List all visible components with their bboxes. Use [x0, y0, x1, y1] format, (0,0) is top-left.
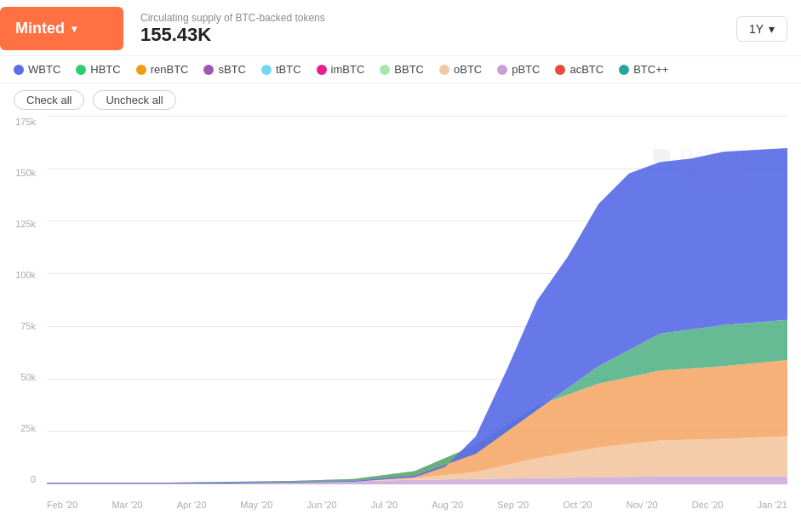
legend-item-obtc[interactable]: oBTC [439, 63, 482, 76]
legend-bar: WBTCHBTCrenBTCsBTCtBTCimBTCBBTCoBTCpBTCa… [0, 56, 801, 83]
time-selector-dropdown[interactable]: 1Y ▾ [736, 16, 787, 42]
legend-label-obtc: oBTC [454, 63, 482, 76]
legend-label-acbtc: acBTC [569, 63, 604, 76]
y-label-2: 50k [0, 372, 43, 382]
legend-label-pbtc: pBTC [512, 63, 540, 76]
top-bar: Minted ▾ Circulating supply of BTC-backe… [0, 0, 801, 56]
y-label-0: 0 [0, 474, 43, 484]
header-info: Circulating supply of BTC-backed tokens … [123, 12, 736, 46]
x-label-7: Sep '20 [497, 500, 529, 510]
legend-dot-renbtc [136, 65, 146, 75]
legend-dot-hbtc [76, 65, 86, 75]
legend-dot-pbtc [497, 65, 507, 75]
legend-label-wbtc: WBTC [28, 63, 60, 76]
legend-item-tbtc[interactable]: tBTC [261, 63, 301, 76]
chevron-down-icon: ▾ [72, 23, 77, 35]
time-label: 1Y [749, 22, 764, 36]
chart-area: 025k50k75k100k125k150k175k [0, 117, 801, 510]
x-label-9: Nov '20 [626, 500, 658, 510]
chart-subtitle: Circulating supply of BTC-backed tokens [140, 12, 736, 24]
legend-item-pbtc[interactable]: pBTC [497, 63, 540, 76]
uncheck-all-button[interactable]: Uncheck all [93, 90, 175, 110]
legend-item-sbtc[interactable]: sBTC [203, 63, 246, 76]
x-label-1: Mar '20 [112, 500, 142, 510]
x-axis: Feb '20Mar '20Apr '20May '20Jun '20Jul '… [47, 500, 787, 510]
x-label-10: Dec '20 [692, 500, 724, 510]
legend-dot-wbtc [14, 65, 24, 75]
legend-dot-bbtc [380, 65, 390, 75]
minted-dropdown[interactable]: Minted ▾ [0, 7, 123, 50]
chevron-down-icon: ▾ [769, 22, 775, 36]
legend-label-sbtc: sBTC [218, 63, 246, 76]
legend-item-bbtc[interactable]: BBTC [380, 63, 424, 76]
legend-dot-obtc [439, 65, 449, 75]
x-label-3: May '20 [240, 500, 272, 510]
debank-tagline: Your DeFi Wallet [680, 169, 750, 180]
legend-label-hbtc: HBTC [90, 63, 120, 76]
x-label-2: Apr '20 [177, 500, 207, 510]
minted-label: Minted [15, 20, 65, 37]
controls-bar: Check all Uncheck all [0, 83, 801, 117]
x-label-5: Jul '20 [371, 500, 398, 510]
legend-dot-imbtc [317, 65, 327, 75]
y-label-5: 125k [0, 219, 43, 229]
debank-name: DeBank [680, 145, 750, 167]
legend-item-imbtc[interactable]: imBTC [317, 63, 365, 76]
legend-dot-tbtc [261, 65, 272, 75]
legend-label-bbtc: BBTC [394, 63, 424, 76]
legend-dot-btc++ [619, 65, 629, 75]
y-label-3: 75k [0, 321, 43, 331]
y-label-4: 100k [0, 270, 43, 280]
legend-label-btc++: BTC++ [633, 63, 668, 76]
legend-label-imbtc: imBTC [331, 63, 365, 76]
legend-item-wbtc[interactable]: WBTC [14, 63, 60, 76]
y-axis: 025k50k75k100k125k150k175k [0, 117, 43, 484]
debank-watermark: DeBank Your DeFi Wallet [648, 142, 750, 180]
legend-label-tbtc: tBTC [276, 63, 301, 76]
legend-item-hbtc[interactable]: HBTC [76, 63, 120, 76]
x-label-11: Jan '21 [758, 500, 787, 510]
x-label-8: Oct '20 [563, 500, 592, 510]
y-label-7: 175k [0, 117, 43, 127]
y-label-6: 150k [0, 168, 43, 178]
legend-item-renbtc[interactable]: renBTC [136, 63, 189, 76]
y-label-1: 25k [0, 423, 43, 433]
legend-dot-acbtc [555, 65, 565, 75]
check-all-button[interactable]: Check all [14, 90, 84, 110]
legend-item-acbtc[interactable]: acBTC [555, 63, 604, 76]
legend-item-btc++[interactable]: BTC++ [619, 63, 668, 76]
legend-dot-sbtc [203, 65, 214, 75]
x-label-0: Feb '20 [47, 500, 77, 510]
x-label-6: Aug '20 [432, 500, 463, 510]
legend-label-renbtc: renBTC [151, 63, 189, 76]
x-label-4: Jun '20 [307, 500, 337, 510]
chart-value: 155.43K [140, 24, 736, 46]
